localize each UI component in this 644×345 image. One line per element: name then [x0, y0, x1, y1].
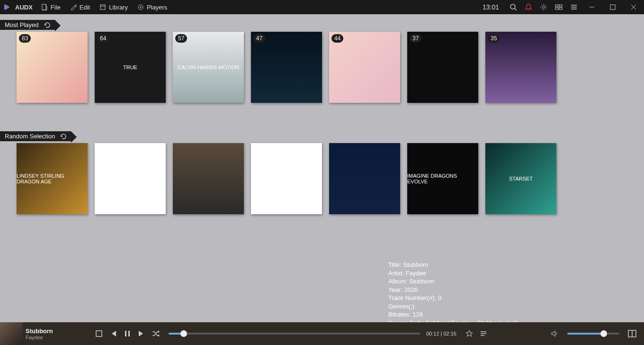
info-artist-label: Artist:: [388, 270, 406, 277]
album-tile[interactable]: DANCEFLOOR: [251, 143, 322, 214]
info-track: 0: [438, 294, 441, 301]
most-played-label: Most Played: [5, 21, 39, 28]
svg-rect-12: [559, 8, 562, 9]
clock: 13:01: [483, 3, 499, 11]
settings-icon[interactable]: [537, 1, 550, 13]
svg-rect-9: [555, 5, 558, 7]
random-label: Random Selection: [5, 133, 55, 140]
queue-button[interactable]: [476, 329, 491, 338]
search-icon[interactable]: [507, 1, 519, 13]
favorite-button[interactable]: [462, 329, 476, 338]
play-count-badge: 35: [488, 34, 500, 43]
prev-button[interactable]: [106, 329, 120, 338]
layout-icon[interactable]: [553, 1, 565, 13]
album-tile[interactable]: 83: [17, 32, 88, 103]
svg-point-4: [140, 7, 141, 8]
album-tile[interactable]: 47: [251, 32, 322, 103]
play-count-badge: 47: [253, 34, 265, 43]
now-playing-artist: Faydee: [26, 335, 92, 340]
album-tile[interactable]: STARSET: [485, 143, 556, 214]
album-art: [173, 143, 244, 214]
info-bitrate: 128: [412, 311, 423, 318]
seek-bar[interactable]: [169, 333, 420, 335]
most-played-header: Most Played: [0, 20, 55, 30]
most-played-row: 83TRUE64CALVIN HARRIS MOTION5747443735: [0, 30, 644, 103]
app-logo-icon: [3, 2, 12, 12]
sidebar-toggle-button[interactable]: [625, 329, 639, 338]
menu-players[interactable]: Players: [137, 4, 167, 11]
svg-point-7: [528, 9, 529, 10]
menu-file-label: File: [51, 4, 61, 11]
album-tile[interactable]: [95, 143, 166, 214]
album-art: LINDSEY STIRLING DRAGON AGE: [17, 143, 88, 214]
album-art: [329, 143, 400, 214]
play-count-badge: 57: [175, 34, 187, 43]
play-count-badge: 37: [410, 34, 421, 43]
menu-file[interactable]: File: [41, 4, 61, 11]
svg-rect-22: [128, 331, 130, 336]
svg-rect-20: [96, 331, 102, 336]
notification-icon[interactable]: [522, 1, 535, 13]
info-artist: Faydee: [406, 270, 426, 277]
menu-library[interactable]: Library: [99, 4, 128, 11]
time-display: 00:12 | 02:15: [426, 331, 456, 336]
info-genres-label: Genres(;):: [388, 303, 416, 310]
album-tile[interactable]: LINDSEY STIRLING DRAGON AGE: [17, 143, 88, 214]
svg-point-8: [543, 6, 545, 9]
menu-edit[interactable]: Edit: [70, 4, 90, 11]
maximize-button[interactable]: [602, 0, 623, 14]
stop-button[interactable]: [92, 329, 106, 338]
app-name: AUDX: [15, 4, 33, 11]
titlebar: AUDX File Edit Library Players 13:01: [0, 0, 644, 14]
refresh-icon[interactable]: [44, 21, 51, 30]
svg-line-6: [515, 9, 517, 10]
album-tile[interactable]: [173, 143, 244, 214]
album-tile[interactable]: [329, 143, 400, 214]
volume-icon[interactable]: [547, 329, 562, 338]
album-art: DANCEFLOOR: [251, 143, 322, 214]
play-count-badge: 44: [331, 34, 343, 43]
info-track-label: Track Number(#):: [388, 294, 438, 301]
now-playing-title: Stubborn: [26, 327, 92, 335]
svg-rect-11: [555, 8, 558, 9]
info-album-label: Album:: [388, 278, 409, 285]
hamburger-icon[interactable]: [568, 1, 580, 13]
random-selection-header: Random Selection: [0, 131, 71, 141]
random-row: LINDSEY STIRLING DRAGON AGEDANCEFLOORIMA…: [0, 141, 644, 214]
svg-point-5: [510, 4, 515, 9]
album-tile[interactable]: CALVIN HARRIS MOTION57: [173, 32, 244, 103]
volume-slider[interactable]: [567, 333, 619, 335]
svg-rect-17: [610, 5, 615, 9]
shuffle-button[interactable]: [149, 329, 163, 338]
svg-rect-1: [100, 5, 105, 9]
now-playing-text: Stubborn Faydee: [26, 327, 92, 340]
refresh-icon[interactable]: [60, 133, 67, 142]
content-area: Most Played 83TRUE64CALVIN HARRIS MOTION…: [0, 14, 644, 322]
album-art: STARSET: [485, 143, 556, 214]
album-tile[interactable]: 37: [407, 32, 478, 103]
pause-button[interactable]: [120, 329, 134, 338]
minimize-button[interactable]: [581, 0, 602, 14]
album-tile[interactable]: TRUE64: [95, 32, 166, 103]
svg-rect-21: [125, 331, 126, 336]
play-count-badge: 64: [97, 34, 109, 43]
info-title-label: Title:: [388, 261, 403, 268]
svg-rect-0: [42, 4, 46, 10]
menu-players-label: Players: [147, 4, 167, 11]
playbar: Stubborn Faydee 00:12 | 02:15: [0, 322, 644, 345]
menu-edit-label: Edit: [80, 4, 90, 11]
album-tile[interactable]: 44: [329, 32, 400, 103]
now-playing-art[interactable]: [0, 322, 23, 345]
info-year: 2020: [404, 286, 418, 293]
album-art: [95, 143, 166, 214]
album-tile[interactable]: 35: [485, 32, 556, 103]
album-art: IMAGINE DRAGONS EVOLVE: [407, 143, 478, 214]
info-year-label: Year:: [388, 286, 404, 293]
close-button[interactable]: [623, 0, 644, 14]
svg-rect-10: [559, 5, 562, 7]
next-button[interactable]: [134, 329, 149, 338]
menu-library-label: Library: [109, 4, 128, 11]
info-album: Stubborn: [409, 278, 434, 285]
track-info-panel: Title: Stubborn Artist: Faydee Album: St…: [388, 261, 518, 327]
album-tile[interactable]: IMAGINE DRAGONS EVOLVE: [407, 143, 478, 214]
